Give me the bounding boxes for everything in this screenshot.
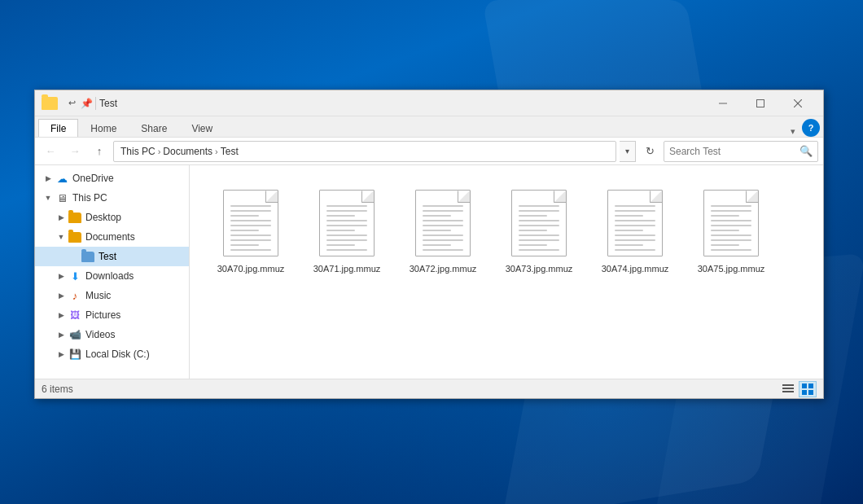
view-buttons: [779, 381, 817, 397]
svg-rect-1: [757, 99, 764, 107]
file-item[interactable]: 30A74.jpg.mmuz: [590, 182, 680, 279]
window-controls: [704, 90, 817, 116]
sidebar-item-test[interactable]: ▶ Test: [35, 247, 189, 266]
path-sep-1: ›: [158, 147, 161, 156]
svg-rect-5: [782, 388, 794, 389]
file-doc-icon: [703, 190, 759, 256]
close-button[interactable]: [779, 90, 817, 116]
ribbon-help-button[interactable]: ?: [802, 119, 820, 137]
onedrive-icon: ☁: [55, 171, 69, 186]
sidebar-label-music: Music: [85, 290, 111, 301]
ribbon-tabs: File Home Share View ▾ ?: [35, 116, 823, 138]
tile-view-button[interactable]: [799, 381, 817, 397]
sidebar-label-test: Test: [99, 251, 116, 262]
svg-rect-4: [782, 384, 794, 386]
svg-rect-7: [802, 383, 807, 388]
address-dropdown-button[interactable]: ▾: [620, 141, 636, 162]
forward-button[interactable]: →: [64, 141, 85, 162]
tab-file[interactable]: File: [38, 119, 78, 137]
tab-share[interactable]: Share: [129, 119, 179, 137]
file-icon-container: [218, 186, 283, 260]
localdisk-icon: 💾: [68, 347, 82, 362]
file-item[interactable]: 30A70.jpg.mmuz: [206, 182, 296, 279]
tab-view[interactable]: View: [179, 119, 225, 137]
sidebar: ▶ ☁ OneDrive ▼ 🖥 This PC ▶ Des: [35, 165, 190, 379]
sidebar-label-localdisk: Local Disk (C:): [85, 348, 150, 360]
path-documents[interactable]: Documents: [163, 146, 212, 157]
thispc-icon: 🖥: [55, 191, 69, 205]
music-icon: ♪: [68, 288, 82, 303]
pictures-icon: 🖼: [68, 308, 82, 322]
list-view-button[interactable]: [779, 381, 797, 397]
videos-icon: 📹: [68, 327, 82, 342]
file-item[interactable]: 30A73.jpg.mmuz: [494, 182, 584, 279]
window-title: Test: [99, 98, 704, 109]
up-button[interactable]: ↑: [89, 141, 110, 162]
svg-rect-9: [802, 390, 807, 395]
sidebar-item-localdisk[interactable]: ▶ 💾 Local Disk (C:): [35, 344, 189, 364]
svg-rect-6: [782, 391, 794, 392]
title-bar-folder-icon: [42, 97, 58, 110]
back-button[interactable]: ←: [40, 141, 61, 162]
expander-desktop[interactable]: ▶: [55, 208, 68, 227]
search-icon[interactable]: 🔍: [799, 145, 813, 157]
file-doc-icon: [511, 190, 567, 256]
sidebar-item-downloads[interactable]: ▶ ⬇ Downloads: [35, 266, 189, 286]
file-icon-container: [314, 186, 379, 260]
maximize-button[interactable]: [742, 90, 779, 116]
refresh-button[interactable]: ↻: [639, 141, 660, 162]
expander-documents[interactable]: ▼: [55, 227, 68, 247]
test-folder-icon: [81, 249, 95, 264]
file-doc-icon: [319, 190, 375, 256]
svg-rect-8: [808, 383, 813, 388]
file-item[interactable]: 30A72.jpg.mmuz: [398, 182, 488, 279]
sidebar-item-onedrive[interactable]: ▶ ☁ OneDrive: [35, 169, 189, 188]
file-icon-container: [410, 186, 475, 260]
file-name: 30A74.jpg.mmuz: [602, 263, 669, 274]
file-item[interactable]: 30A75.jpg.mmuz: [686, 182, 776, 279]
path-this-pc[interactable]: This PC: [120, 146, 156, 157]
file-doc-icon: [223, 190, 278, 256]
search-input[interactable]: [669, 146, 799, 157]
file-name: 30A72.jpg.mmuz: [410, 263, 477, 274]
sidebar-item-desktop[interactable]: ▶ Desktop: [35, 208, 189, 227]
sidebar-item-pictures[interactable]: ▶ 🖼 Pictures: [35, 305, 189, 325]
files-grid: 30A70.jpg.mmuz: [198, 173, 815, 287]
tab-home[interactable]: Home: [78, 119, 129, 137]
file-name: 30A75.jpg.mmuz: [698, 263, 765, 274]
sidebar-item-music[interactable]: ▶ ♪ Music: [35, 286, 189, 305]
sidebar-label-thispc: This PC: [72, 192, 107, 204]
address-bar: ← → ↑ This PC › Documents › Test ▾ ↻ 🔍: [35, 138, 823, 165]
ribbon-collapse-chevron[interactable]: ▾: [791, 126, 799, 137]
expander-thispc[interactable]: ▼: [42, 188, 55, 208]
file-name: 30A70.jpg.mmuz: [217, 263, 285, 274]
path-test[interactable]: Test: [221, 146, 239, 157]
expander-videos[interactable]: ▶: [55, 325, 68, 344]
address-path[interactable]: This PC › Documents › Test: [113, 141, 616, 162]
sidebar-item-videos[interactable]: ▶ 📹 Videos: [35, 325, 189, 344]
sidebar-label-documents: Documents: [85, 231, 135, 243]
svg-rect-0: [719, 103, 727, 103]
title-bar-undo-btn[interactable]: ↩: [63, 94, 81, 112]
sidebar-item-documents[interactable]: ▼ Documents: [35, 227, 189, 247]
main-content: ▶ ☁ OneDrive ▼ 🖥 This PC ▶ Des: [35, 165, 823, 379]
expander-pictures[interactable]: ▶: [55, 305, 68, 325]
file-name: 30A73.jpg.mmuz: [506, 263, 573, 274]
file-item[interactable]: 30A71.jpg.mmuz: [302, 182, 392, 279]
file-icon-container: [506, 186, 572, 260]
expander-music[interactable]: ▶: [55, 286, 68, 305]
file-doc-icon: [607, 190, 663, 256]
minimize-button[interactable]: [704, 90, 742, 116]
title-bar-pin-icon: 📌: [81, 98, 92, 109]
file-icon-container: [699, 186, 764, 260]
expander-localdisk[interactable]: ▶: [55, 344, 68, 364]
path-sep-2: ›: [215, 147, 218, 156]
expander-downloads[interactable]: ▶: [55, 266, 68, 286]
search-box[interactable]: 🔍: [664, 141, 818, 162]
file-explorer-window: ↩ 📌 Test File Home Share View: [34, 90, 824, 399]
title-bar-separator: [95, 97, 96, 110]
sidebar-label-videos: Videos: [85, 329, 115, 340]
sidebar-label-onedrive: OneDrive: [72, 173, 114, 184]
sidebar-item-thispc[interactable]: ▼ 🖥 This PC: [35, 188, 189, 208]
expander-onedrive[interactable]: ▶: [42, 169, 55, 188]
